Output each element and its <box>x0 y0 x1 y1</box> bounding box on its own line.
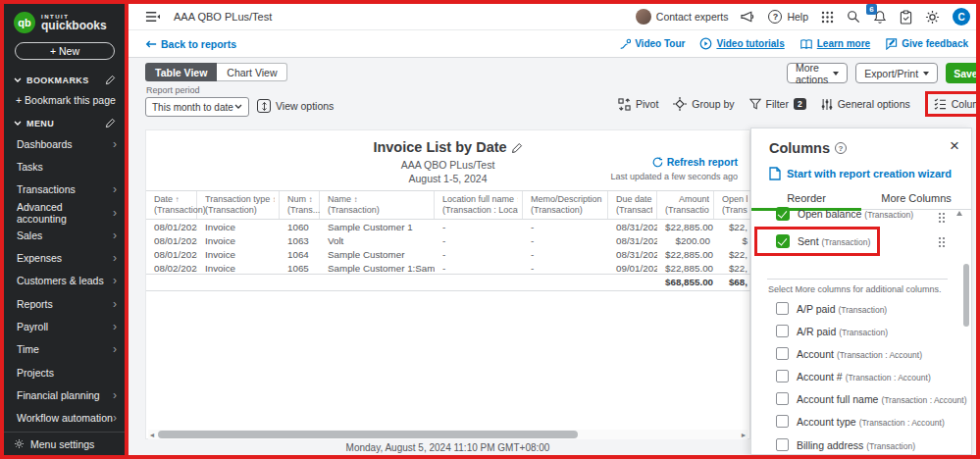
menu-settings[interactable]: Menu settings <box>4 432 126 455</box>
help-menu[interactable]: ? Help <box>768 10 808 24</box>
col-header-date[interactable]: Date ↑(Transaction) <box>146 191 197 219</box>
notifications[interactable]: 6 <box>873 10 887 25</box>
sidebar-item-payroll[interactable]: Payroll› <box>4 315 126 337</box>
pivot-button[interactable]: Pivot <box>618 98 658 111</box>
panel-scrollbar[interactable] <box>963 264 969 327</box>
give-feedback-link[interactable]: Give feedback <box>885 37 968 50</box>
chevron-right-icon: › <box>113 299 117 309</box>
export-print-button[interactable]: Export/Print <box>855 63 938 83</box>
report-period-select[interactable]: This month to date <box>145 97 249 117</box>
sidebar-item-tasks[interactable]: Tasks <box>4 155 126 178</box>
checkbox-unchecked[interactable] <box>776 392 789 405</box>
menu-section-header[interactable]: MENU <box>4 113 126 132</box>
more-column-ar-paid[interactable]: A/R paid (Transaction) <box>776 320 888 342</box>
tab-table-view[interactable]: Table View <box>145 63 217 81</box>
checkbox-unchecked[interactable] <box>776 370 789 382</box>
scrollbar-thumb[interactable] <box>158 431 578 438</box>
col-header-due-date[interactable]: Due date ↕(Transaction) <box>608 191 657 219</box>
more-column-ap-paid[interactable]: A/P paid (Transaction) <box>776 297 887 320</box>
checkbox-unchecked[interactable] <box>776 438 789 451</box>
filter-button[interactable]: Filter 2 <box>749 98 806 110</box>
more-column-account[interactable]: Account (Transaction : Account) <box>776 342 922 365</box>
reorder-item-sent[interactable]: Sent (Transaction) <box>754 227 880 256</box>
sort-asc-icon: ↑ <box>176 195 180 204</box>
sidebar-item-advanced-accounting[interactable]: Advanced accounting› <box>4 201 126 224</box>
col-header-transaction-type[interactable]: Transaction type ↕(Transaction) <box>197 191 280 219</box>
sidebar-item-transactions[interactable]: Transactions› <box>4 178 126 201</box>
new-button[interactable]: + New <box>15 42 115 60</box>
col-header-memo[interactable]: Memo/Description ↕(Transaction) <box>523 191 608 219</box>
checkbox-unchecked[interactable] <box>776 302 789 315</box>
sidebar-item-financial-planning[interactable]: Financial planning› <box>4 383 126 406</box>
edit-pencil-icon[interactable] <box>105 118 116 128</box>
panel-title: Columns ? <box>769 140 847 156</box>
user-avatar[interactable]: C <box>953 8 970 26</box>
columns-button[interactable]: Columns 10 <box>925 91 980 117</box>
checkbox-checked[interactable] <box>776 234 790 248</box>
table-body: 08/01/2024Invoice1060Sample Customer 1--… <box>146 221 751 276</box>
collapse-sidebar-icon[interactable] <box>145 11 160 23</box>
contact-experts[interactable]: Contact experts <box>636 9 729 25</box>
more-column-account-number[interactable]: Account # (Transaction : Account) <box>776 365 931 387</box>
close-panel-button[interactable]: × <box>950 136 959 156</box>
sidebar-item-reports[interactable]: Reports› <box>4 292 126 315</box>
sidebar-item-dashboards[interactable]: Dashboards› <box>4 132 126 155</box>
edit-title-icon[interactable] <box>511 142 523 154</box>
save-button[interactable]: Save <box>946 63 980 83</box>
tab-chart-view[interactable]: Chart View <box>217 63 287 81</box>
checkbox-unchecked[interactable] <box>776 415 789 428</box>
scroll-right-arrow[interactable]: ► <box>740 432 748 438</box>
col-header-num[interactable]: Num ↕(Trans... <box>280 191 320 219</box>
chevron-right-icon: › <box>113 322 117 332</box>
general-options-button[interactable]: General options <box>821 98 910 111</box>
video-tour-link[interactable]: Video Tour <box>619 38 685 50</box>
list-scroll-up-arrow[interactable] <box>956 211 962 216</box>
col-header-open-balance[interactable]: Open b(Trans <box>714 191 751 219</box>
sidebar-item-sales[interactable]: Sales› <box>4 224 126 246</box>
group-by-button[interactable]: Group by <box>673 97 734 111</box>
more-actions-button[interactable]: More actions <box>787 63 848 83</box>
more-column-account-full-name[interactable]: Account full name (Transaction : Account… <box>776 387 966 410</box>
scroll-left-arrow[interactable]: ◄ <box>148 432 156 438</box>
megaphone-icon[interactable] <box>741 10 755 24</box>
apps-grid-icon[interactable] <box>821 11 834 24</box>
table-row[interactable]: 08/01/2024Invoice1060Sample Customer 1--… <box>146 221 751 234</box>
view-options-button[interactable]: View options <box>257 99 334 113</box>
horizontal-scrollbar[interactable]: ◄ ► <box>148 430 748 439</box>
sidebar-item-time[interactable]: Time› <box>4 338 126 361</box>
edit-pencil-icon[interactable] <box>105 75 116 85</box>
tab-reorder[interactable]: Reorder <box>751 187 861 209</box>
col-header-location[interactable]: Location full name ↕(Transaction : Locat… <box>435 191 523 219</box>
sidebar-item-projects[interactable]: Projects <box>4 361 126 383</box>
video-tutorials-link[interactable]: Video tutorials <box>699 37 784 50</box>
drag-handle-icon[interactable] <box>938 212 946 224</box>
qb-logo-icon: qb <box>14 12 35 33</box>
more-column-account-type[interactable]: Account type (Transaction : Account) <box>776 410 945 433</box>
report-wizard-link[interactable]: Start with report creation wizard <box>769 167 952 180</box>
learn-more-link[interactable]: Learn more <box>799 38 870 50</box>
checkbox-checked[interactable] <box>776 207 790 221</box>
bookmark-this-page[interactable]: + Bookmark this page <box>4 89 126 113</box>
tab-more-columns[interactable]: More Columns <box>861 187 971 209</box>
back-to-reports-link[interactable]: Back to reports <box>145 38 236 50</box>
refresh-report-link[interactable]: Refresh report <box>652 156 738 168</box>
table-row[interactable]: 08/01/2024Invoice1064Sample Customer--08… <box>146 248 751 262</box>
help-icon[interactable]: ? <box>835 142 847 154</box>
drag-handle-icon[interactable] <box>938 236 946 248</box>
col-header-amount[interactable]: Amount(Transaction) <box>657 191 714 219</box>
search-icon[interactable] <box>847 10 860 24</box>
divider <box>767 279 948 280</box>
bookmarks-section-header[interactable]: BOOKMARKS <box>4 70 126 89</box>
table-row[interactable]: 08/01/2024Invoice1063Volt--08/31/2024$20… <box>146 234 751 248</box>
col-header-name[interactable]: Name ↕(Transaction) <box>320 191 435 219</box>
checkbox-unchecked[interactable] <box>776 347 789 360</box>
sidebar-item-customers-leads[interactable]: Customers & leads› <box>4 270 126 292</box>
sidebar-item-workflow-automation[interactable]: Workflow automation› <box>4 407 126 430</box>
sidebar-item-expenses[interactable]: Expenses› <box>4 246 126 269</box>
reorder-item-open-balance[interactable]: Open balance (Transaction) <box>776 207 913 221</box>
report-timestamp: Monday, August 5, 2024 11:10 PM GMT+08:0… <box>145 442 750 453</box>
settings-gear-icon[interactable] <box>925 10 940 25</box>
more-column-billing-address[interactable]: Billing address (Transaction) <box>776 434 915 456</box>
tasks-clipboard-icon[interactable] <box>900 10 912 25</box>
checkbox-unchecked[interactable] <box>776 325 789 337</box>
